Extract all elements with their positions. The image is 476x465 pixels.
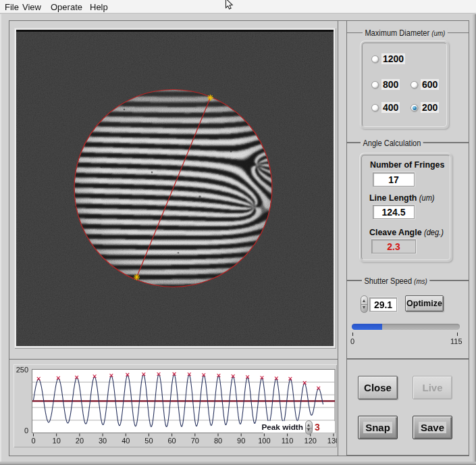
svg-text:10: 10 [53,437,61,445]
svg-text:Peak width: Peak width [261,422,303,432]
svg-text:20: 20 [76,437,84,445]
svg-text:30: 30 [99,437,107,445]
svg-text:0: 0 [24,426,28,435]
svg-text:70: 70 [191,437,199,445]
svg-text:50: 50 [144,437,153,445]
svg-text:0: 0 [31,437,35,445]
svg-text:90: 90 [237,437,245,445]
svg-text:120: 120 [305,437,317,445]
svg-text:100: 100 [258,437,270,445]
svg-text:110: 110 [282,437,294,445]
svg-text:80: 80 [214,437,222,445]
svg-text:60: 60 [167,437,176,445]
svg-text:3: 3 [315,422,320,433]
svg-text:250: 250 [16,366,28,374]
svg-text:40: 40 [122,437,130,445]
svg-text:130: 130 [327,437,337,445]
